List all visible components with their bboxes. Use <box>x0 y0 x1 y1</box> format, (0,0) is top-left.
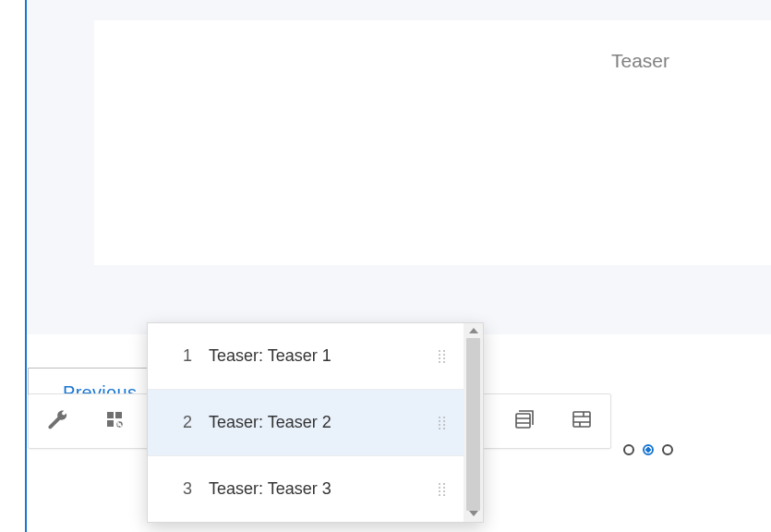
pagination-dot-1[interactable] <box>623 444 634 455</box>
panel-select-popup: 1 Teaser: Teaser 1 2 Teaser: Teaser 2 <box>147 322 484 523</box>
teaser-title: Teaser <box>611 50 669 72</box>
pagination-dot-3[interactable] <box>662 444 673 455</box>
panel-index: 3 <box>168 479 192 499</box>
panel-label: Teaser: Teaser 2 <box>209 413 331 432</box>
svg-rect-2 <box>573 412 590 427</box>
drag-handle-icon[interactable] <box>439 417 445 429</box>
panel-label: Teaser: Teaser 1 <box>209 346 331 366</box>
scroll-up-icon[interactable] <box>469 328 478 333</box>
pagination-dot-2[interactable] <box>643 444 654 455</box>
layout-button[interactable] <box>553 394 610 448</box>
panel-list: 1 Teaser: Teaser 1 2 Teaser: Teaser 2 <box>148 323 464 522</box>
panel-group-icon <box>513 408 536 434</box>
scroll-down-icon[interactable] <box>469 511 478 516</box>
drag-handle-icon[interactable] <box>439 483 445 496</box>
panel-index: 1 <box>168 346 192 366</box>
policy-icon <box>103 408 126 434</box>
configure-button[interactable] <box>29 394 86 448</box>
panel-index: 2 <box>168 413 192 432</box>
popup-scrollbar[interactable] <box>464 323 483 522</box>
panel-label: Teaser: Teaser 3 <box>209 479 331 499</box>
panel-list-item-3[interactable]: 3 Teaser: Teaser 3 <box>148 456 464 522</box>
teaser-component[interactable]: Teaser <box>94 20 771 265</box>
carousel-pagination <box>623 444 673 455</box>
svg-rect-1 <box>516 414 530 428</box>
panel-list-item-2[interactable]: 2 Teaser: Teaser 2 <box>148 390 464 456</box>
layout-icon <box>571 408 593 434</box>
wrench-icon <box>46 408 68 434</box>
panel-list-item-1[interactable]: 1 Teaser: Teaser 1 <box>148 323 464 390</box>
panel-group-button[interactable] <box>496 394 553 448</box>
selection-rule <box>25 334 27 532</box>
drag-handle-icon[interactable] <box>439 350 445 363</box>
scroll-thumb[interactable] <box>466 338 480 511</box>
policy-button[interactable] <box>86 394 143 448</box>
editable-canvas[interactable]: Teaser <box>25 0 771 334</box>
